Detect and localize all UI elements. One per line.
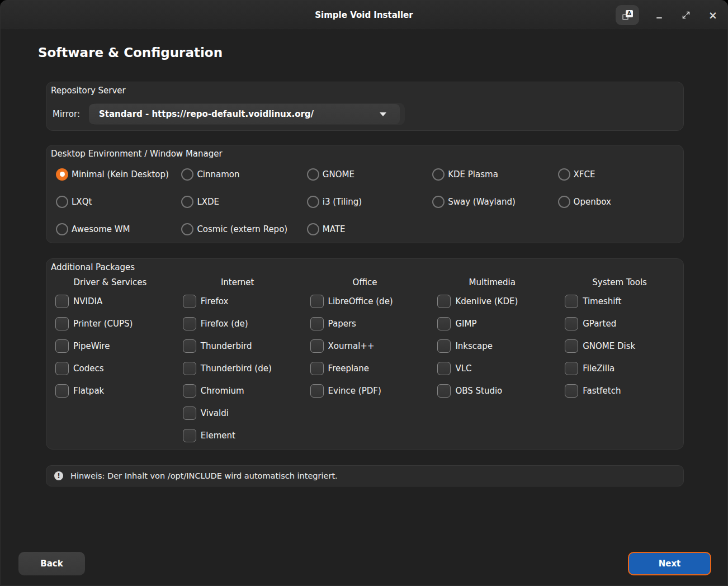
close-button[interactable]: × <box>706 8 720 22</box>
checkbox-icon[interactable] <box>310 295 324 308</box>
checkbox-option[interactable]: Firefox (de) <box>174 313 301 335</box>
checkbox-option[interactable]: Vivaldi <box>174 402 301 424</box>
radio-icon[interactable] <box>181 168 193 181</box>
column-header-system-tools: System Tools <box>556 277 683 287</box>
radio-option[interactable]: KDE Plasma <box>432 160 557 188</box>
checkbox-icon[interactable] <box>55 295 69 308</box>
radio-option[interactable]: Openbox <box>558 188 683 215</box>
restore-button[interactable] <box>679 8 693 22</box>
back-button[interactable]: Back <box>18 552 85 575</box>
radio-option[interactable]: Cosmic (extern Repo) <box>181 215 306 243</box>
column-header-internet: Internet <box>174 277 301 287</box>
radio-option-label: XFCE <box>574 169 595 179</box>
notice-text: Hinweis: Der Inhalt von /opt/INCLUDE wir… <box>70 471 338 480</box>
checkbox-icon[interactable] <box>55 339 69 353</box>
radio-option-label: LXQt <box>72 197 92 207</box>
checkbox-icon[interactable] <box>437 362 451 375</box>
radio-option[interactable]: Minimal (Kein Desktop) <box>56 160 181 188</box>
checkbox-option[interactable]: Inkscape <box>428 335 556 357</box>
checkbox-icon[interactable] <box>565 295 578 308</box>
radio-icon[interactable] <box>558 196 570 208</box>
checkbox-icon[interactable] <box>183 317 196 330</box>
next-button[interactable]: Next <box>628 552 711 575</box>
checkbox-option[interactable]: FileZilla <box>556 357 683 380</box>
radio-option[interactable]: Sway (Wayland) <box>432 188 557 215</box>
radio-option[interactable]: Awesome WM <box>56 215 181 243</box>
checkbox-option[interactable]: Codecs <box>46 357 174 380</box>
checkbox-icon[interactable] <box>437 295 451 308</box>
checkbox-icon[interactable] <box>55 362 69 375</box>
checkbox-option[interactable]: VLC <box>428 357 556 380</box>
radio-icon[interactable] <box>432 196 445 208</box>
checkbox-option[interactable]: Thunderbird (de) <box>174 357 301 380</box>
minimize-button[interactable] <box>653 8 666 22</box>
checkbox-icon[interactable] <box>565 339 578 353</box>
checkbox-option[interactable]: Printer (CUPS) <box>46 313 174 335</box>
checkbox-icon[interactable] <box>437 317 451 330</box>
radio-option[interactable]: XFCE <box>558 160 683 188</box>
checkbox-option[interactable]: Freeplane <box>301 357 429 380</box>
checkbox-option[interactable]: Kdenlive (KDE) <box>428 290 556 313</box>
checkbox-icon[interactable] <box>310 384 324 398</box>
titlebar[interactable]: Simple Void Installer A × <box>1 1 727 30</box>
radio-icon[interactable] <box>307 223 319 235</box>
checkbox-option[interactable]: Xournal++ <box>301 335 429 357</box>
checkbox-option[interactable]: GNOME Disk <box>556 335 683 357</box>
checkbox-option[interactable]: PipeWire <box>46 335 174 357</box>
restore-icon <box>682 11 691 20</box>
checkbox-option[interactable]: GIMP <box>428 313 556 335</box>
radio-option[interactable]: LXDE <box>181 188 306 215</box>
checkbox-option-label: VLC <box>455 363 471 374</box>
checkbox-option[interactable]: Chromium <box>174 380 301 402</box>
radio-icon[interactable] <box>307 168 319 181</box>
checkbox-icon[interactable] <box>565 384 578 398</box>
checkbox-icon[interactable] <box>183 362 196 375</box>
notice-bar: ! Hinweis: Der Inhalt von /opt/INCLUDE w… <box>46 465 684 486</box>
checkbox-icon[interactable] <box>310 317 324 330</box>
radio-icon[interactable] <box>56 196 68 208</box>
checkbox-option[interactable]: GParted <box>556 313 683 335</box>
checkbox-option[interactable]: Fastfetch <box>556 380 683 402</box>
checkbox-option[interactable]: NVIDIA <box>46 290 174 313</box>
checkbox-option[interactable]: Timeshift <box>556 290 683 313</box>
checkbox-option-label: Thunderbird <box>201 341 252 351</box>
checkbox-option[interactable]: Evince (PDF) <box>301 380 429 402</box>
checkbox-option-label: Timeshift <box>583 296 621 306</box>
checkbox-option-label: Papers <box>328 319 356 329</box>
checkbox-icon[interactable] <box>55 384 69 398</box>
checkbox-icon[interactable] <box>183 429 196 442</box>
checkbox-option[interactable]: Papers <box>301 313 429 335</box>
mirror-select[interactable]: Standard - https://repo-default.voidlinu… <box>89 104 400 124</box>
radio-icon[interactable] <box>558 168 570 181</box>
checkbox-icon[interactable] <box>565 362 578 375</box>
radio-option[interactable]: GNOME <box>307 160 432 188</box>
checkbox-icon[interactable] <box>437 339 451 353</box>
checkbox-icon[interactable] <box>183 407 196 420</box>
radio-option[interactable]: i3 (Tiling) <box>307 188 432 215</box>
checkbox-option[interactable]: LibreOffice (de) <box>301 290 429 313</box>
radio-icon[interactable] <box>56 223 68 235</box>
checkbox-icon[interactable] <box>55 317 69 330</box>
radio-option[interactable]: LXQt <box>56 188 181 215</box>
keyboard-layout-button[interactable]: A <box>616 5 639 25</box>
checkbox-icon[interactable] <box>437 384 451 398</box>
checkbox-option[interactable]: OBS Studio <box>428 380 556 402</box>
checkbox-icon[interactable] <box>310 362 324 375</box>
radio-icon[interactable] <box>181 196 193 208</box>
checkbox-icon[interactable] <box>310 339 324 353</box>
checkbox-icon[interactable] <box>183 295 196 308</box>
checkbox-option[interactable]: Element <box>174 424 301 447</box>
checkbox-option[interactable]: Firefox <box>174 290 301 313</box>
checkbox-option[interactable]: Thunderbird <box>174 335 301 357</box>
radio-icon[interactable] <box>181 223 193 235</box>
radio-option[interactable]: MATE <box>307 215 432 243</box>
radio-option[interactable]: Cinnamon <box>181 160 306 188</box>
checkbox-option-label: GIMP <box>455 319 476 329</box>
checkbox-icon[interactable] <box>183 339 196 353</box>
radio-icon[interactable] <box>432 168 445 181</box>
radio-icon[interactable] <box>56 168 68 181</box>
checkbox-icon[interactable] <box>565 317 578 330</box>
radio-icon[interactable] <box>307 196 319 208</box>
checkbox-option[interactable]: Flatpak <box>46 380 174 402</box>
checkbox-icon[interactable] <box>183 384 196 398</box>
